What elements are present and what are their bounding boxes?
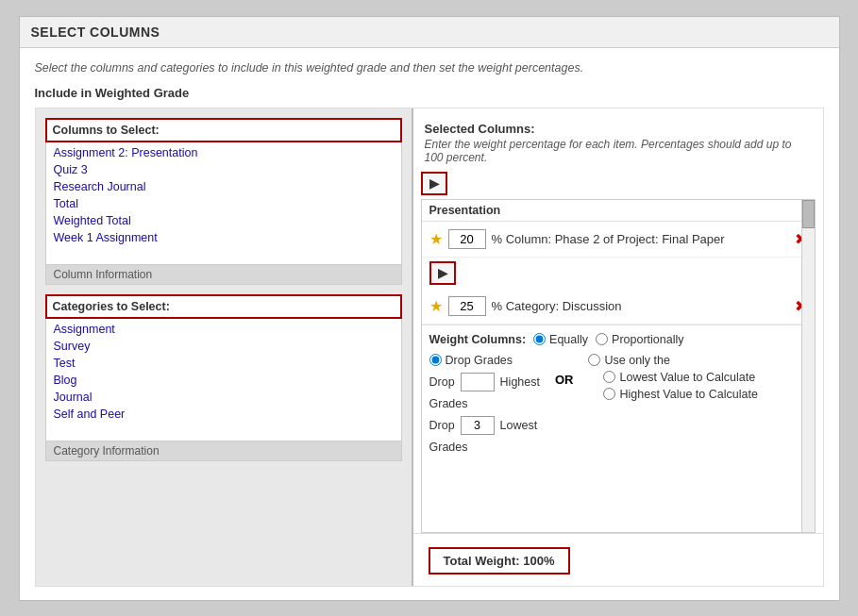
move-categories-button[interactable]: ▶ xyxy=(429,261,456,285)
categories-list[interactable]: Assignment Survey Test Blog Journal Self… xyxy=(45,319,402,441)
proportionally-label: Proportionally xyxy=(612,333,683,346)
main-panel: SELECT COLUMNS Select the columns and ca… xyxy=(19,16,840,601)
item-1-label: % Column: Phase 2 of Project: Final Pape… xyxy=(492,232,725,246)
weight-columns-row: Weight Columns: Equally Proportionally xyxy=(429,333,807,346)
options-section: Weight Columns: Equally Proportionally xyxy=(422,325,815,461)
list-item[interactable]: Journal xyxy=(46,389,401,406)
equally-radio-label[interactable]: Equally xyxy=(533,333,588,346)
list-item[interactable]: Weighted Total xyxy=(46,212,401,229)
section-label: Include in Weighted Grade xyxy=(35,86,824,100)
required-star-icon-2: ★ xyxy=(429,297,443,315)
page-header: SELECT COLUMNS xyxy=(20,17,839,48)
list-item[interactable]: Assignment xyxy=(46,321,401,338)
proportionally-radio[interactable] xyxy=(596,333,608,345)
equally-radio[interactable] xyxy=(533,333,546,345)
drop-section: Drop Grades Drop Highest Grades Drop xyxy=(429,354,807,454)
selected-columns-subtext: Enter the weight percentage for each ite… xyxy=(413,138,823,172)
move-columns-button[interactable]: ▶ xyxy=(421,172,447,195)
left-panel: Columns to Select: Assignment 2: Present… xyxy=(36,108,413,586)
proportionally-radio-label[interactable]: Proportionally xyxy=(596,333,683,346)
lowest-label: Lowest xyxy=(500,419,538,432)
equally-label: Equally xyxy=(549,333,588,346)
right-scrollbar[interactable] xyxy=(801,200,815,532)
item-2-label: % Category: Discussion xyxy=(492,299,622,313)
presentation-section-label: Presentation xyxy=(422,200,815,222)
drop-highest-row: Drop Highest xyxy=(429,373,540,391)
content-area: Select the columns and categories to inc… xyxy=(20,48,839,600)
columns-box-header: Columns to Select: xyxy=(45,118,402,142)
selected-columns-header: Selected Columns: xyxy=(413,118,823,138)
grades-label-1: Grades xyxy=(429,397,540,410)
list-item[interactable]: Survey xyxy=(46,338,401,355)
grades-label-2: Grades xyxy=(429,441,540,454)
selected-item-2: ★ % Category: Discussion ✖ xyxy=(422,289,815,325)
use-only-radio-label[interactable]: Use only the xyxy=(588,354,757,367)
list-item[interactable]: Assignment 2: Presentation xyxy=(46,144,401,161)
category-info-bar: Category Information xyxy=(45,441,402,461)
drop-label: Drop xyxy=(429,375,455,389)
use-only-radio[interactable] xyxy=(588,354,600,366)
drop-grades-col: Drop Grades Drop Highest Grades Drop xyxy=(429,354,540,454)
list-item[interactable]: Test xyxy=(46,355,401,372)
categories-box: Categories to Select: Assignment Survey … xyxy=(45,294,402,461)
right-panel: Selected Columns: Enter the weight perce… xyxy=(413,108,823,586)
categories-box-header: Categories to Select: xyxy=(45,294,402,319)
list-item[interactable]: Self and Peer xyxy=(46,406,401,423)
list-item[interactable]: Research Journal xyxy=(46,178,401,195)
drop-grades-label: Drop Grades xyxy=(446,354,513,367)
lowest-value-radio-label[interactable]: Lowest Value to Calculate xyxy=(588,371,757,384)
two-column-layout: Columns to Select: Assignment 2: Present… xyxy=(35,108,824,587)
or-label: OR xyxy=(555,354,574,387)
lowest-value-radio[interactable] xyxy=(603,371,615,383)
list-item[interactable]: Week 1 Assignment xyxy=(46,229,401,246)
drop-highest-input[interactable] xyxy=(461,373,495,391)
selected-item-1: ★ % Column: Phase 2 of Project: Final Pa… xyxy=(422,222,815,258)
bottom-bar: Total Weight: 100% xyxy=(413,533,823,586)
weight-columns-label: Weight Columns: xyxy=(429,333,527,346)
drop-grades-radio[interactable] xyxy=(429,354,442,366)
use-only-col: Use only the Lowest Value to Calculate H… xyxy=(588,354,757,454)
total-weight-bar: Total Weight: 100% xyxy=(429,547,570,574)
lowest-value-label: Lowest Value to Calculate xyxy=(619,371,755,384)
list-item[interactable]: Total xyxy=(46,195,401,212)
weight-input-1[interactable] xyxy=(448,229,486,249)
required-star-icon: ★ xyxy=(429,230,443,248)
use-only-label: Use only the xyxy=(604,354,669,367)
column-info-bar: Column Information xyxy=(45,265,402,285)
total-weight-label: Total Weight: xyxy=(444,554,520,568)
page-title: SELECT COLUMNS xyxy=(31,25,828,40)
highest-value-label: Highest Value to Calculate xyxy=(619,388,757,401)
list-item[interactable]: Quiz 3 xyxy=(46,161,401,178)
highest-value-radio-label[interactable]: Highest Value to Calculate xyxy=(588,388,757,401)
list-item[interactable]: Blog xyxy=(46,372,401,389)
highest-label: Highest xyxy=(500,375,540,389)
instruction-text: Select the columns and categories to inc… xyxy=(35,61,824,75)
total-weight-value: 100% xyxy=(523,554,554,568)
weight-input-2[interactable] xyxy=(448,296,486,316)
selected-columns-content: Presentation ★ % Column: Phase 2 of Proj… xyxy=(421,199,816,533)
scrollbar-thumb xyxy=(802,200,815,228)
columns-list[interactable]: Assignment 2: Presentation Quiz 3 Resear… xyxy=(45,142,402,265)
highest-value-radio[interactable] xyxy=(603,388,615,400)
drop-grades-radio-label[interactable]: Drop Grades xyxy=(429,354,540,367)
drop-label-2: Drop xyxy=(429,419,455,432)
drop-lowest-row: Drop Lowest xyxy=(429,416,540,435)
drop-lowest-input[interactable] xyxy=(461,416,495,435)
columns-box: Columns to Select: Assignment 2: Present… xyxy=(45,118,402,285)
